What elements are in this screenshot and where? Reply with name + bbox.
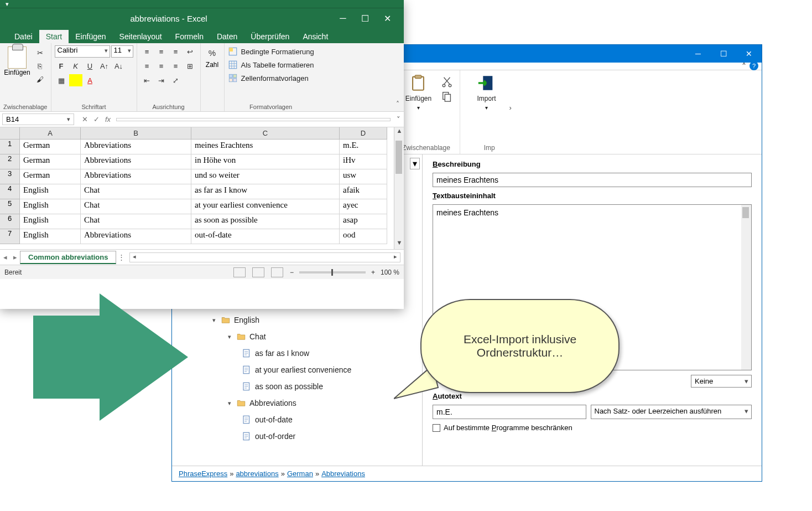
- fill-color-icon[interactable]: [69, 74, 82, 86]
- cell[interactable]: m.E.: [340, 140, 387, 154]
- tree-folder-abbr[interactable]: ▾Abbreviations: [211, 395, 422, 411]
- cell[interactable]: ood: [340, 229, 387, 244]
- cancel-icon[interactable]: ✕: [82, 115, 88, 123]
- tab-einfuegen[interactable]: Einfügen: [69, 30, 112, 43]
- breadcrumb-item[interactable]: Abbreviations: [321, 469, 365, 478]
- cut-icon[interactable]: ✂: [33, 47, 46, 59]
- content-scrollbar[interactable]: [741, 205, 751, 370]
- merge-icon[interactable]: ⊞: [184, 60, 197, 72]
- cell[interactable]: Chat: [81, 199, 191, 214]
- font-shrink-icon[interactable]: A↓: [112, 60, 126, 72]
- close-button[interactable]: ✕: [736, 45, 762, 63]
- horizontal-scrollbar[interactable]: ◂▸: [129, 252, 400, 262]
- cut-icon[interactable]: [441, 76, 453, 88]
- cell[interactable]: Abbreviations: [81, 169, 191, 184]
- align-bottom-icon[interactable]: ≡: [169, 45, 183, 58]
- breadcrumb-item[interactable]: abbreviations: [236, 469, 278, 478]
- cell[interactable]: English: [20, 214, 81, 229]
- ribbon-collapse-icon[interactable]: ˄: [396, 100, 399, 108]
- enter-icon[interactable]: ✓: [93, 115, 100, 123]
- zoom-in-icon[interactable]: +: [371, 269, 375, 276]
- row-headers[interactable]: 1234567: [0, 140, 20, 244]
- formula-expand-icon[interactable]: ˅: [393, 115, 404, 123]
- percent-icon[interactable]: %: [204, 47, 221, 59]
- cell[interactable]: at your earliest convenience: [191, 199, 340, 214]
- cell[interactable]: und so weiter: [191, 169, 340, 184]
- font-grow-icon[interactable]: A↑: [98, 60, 111, 72]
- underline-button[interactable]: U: [84, 60, 97, 72]
- cell[interactable]: afaik: [340, 184, 387, 199]
- cell[interactable]: German: [20, 169, 81, 184]
- zoom-level[interactable]: 100 %: [381, 269, 399, 276]
- align-top-icon[interactable]: ≡: [140, 45, 154, 58]
- cell[interactable]: English: [20, 199, 81, 214]
- tree-item[interactable]: as far as I know: [211, 345, 422, 362]
- cell[interactable]: Abbreviations: [81, 140, 191, 154]
- cell[interactable]: iHv: [340, 154, 387, 169]
- format-painter-icon[interactable]: 🖌: [33, 73, 46, 85]
- cell[interactable]: ayec: [340, 199, 387, 214]
- conditional-formatting-button[interactable]: Bedingte Formatierung: [228, 47, 314, 56]
- tree-item[interactable]: out-of-date: [211, 411, 422, 428]
- align-middle-icon[interactable]: ≡: [155, 45, 168, 58]
- cell[interactable]: German: [20, 140, 81, 154]
- page-layout-view-icon[interactable]: [252, 267, 264, 277]
- font-color-icon[interactable]: A: [84, 74, 97, 86]
- import-button[interactable]: Import▾: [467, 74, 506, 111]
- cell[interactable]: out-of-date: [191, 229, 340, 244]
- breadcrumb-item[interactable]: German: [287, 469, 313, 478]
- align-right-icon[interactable]: ≡: [169, 60, 183, 72]
- quick-access-toolbar[interactable]: ▾: [0, 0, 404, 8]
- tree-item[interactable]: as soon as possible: [211, 378, 422, 395]
- tree-item[interactable]: out-of-order: [211, 428, 422, 445]
- format-as-table-button[interactable]: Als Tabelle formatieren: [228, 60, 314, 70]
- tab-seitenlayout[interactable]: Seitenlayout: [113, 30, 169, 43]
- restrict-checkbox[interactable]: Auf bestimmte Programme beschränken: [433, 424, 752, 432]
- italic-button[interactable]: K: [69, 60, 82, 72]
- cell[interactable]: English: [20, 184, 81, 199]
- ribbon-collapse-icon[interactable]: ˄: [742, 61, 746, 72]
- tree-folder-chat[interactable]: ▾Chat: [211, 328, 422, 345]
- indent-dec-icon[interactable]: ⇤: [140, 74, 154, 86]
- breadcrumb-item[interactable]: PhraseExpress: [179, 469, 227, 478]
- autotext-field[interactable]: m.E.: [433, 405, 586, 419]
- beschreibung-field[interactable]: meines Erachtens: [433, 173, 752, 187]
- help-icon[interactable]: ?: [749, 61, 758, 70]
- minimize-button[interactable]: ─: [332, 13, 354, 23]
- maximize-button[interactable]: ☐: [354, 13, 376, 24]
- cell[interactable]: Abbreviations: [81, 154, 191, 169]
- cell[interactable]: asap: [340, 214, 387, 229]
- spreadsheet-grid[interactable]: ABCD 1234567 GermanAbbreviationsmeines E…: [0, 127, 404, 249]
- name-box[interactable]: B14: [2, 113, 74, 125]
- minimize-button[interactable]: ─: [685, 45, 711, 63]
- tab-ueberpruefen[interactable]: Überprüfen: [244, 30, 296, 43]
- tree-toolbar-button[interactable]: ▾: [410, 158, 420, 169]
- close-button[interactable]: ✕: [376, 13, 398, 24]
- copy-icon[interactable]: [441, 90, 453, 102]
- cell[interactable]: as soon as possible: [191, 214, 340, 229]
- cell[interactable]: usw: [340, 169, 387, 184]
- tab-datei[interactable]: Datei: [8, 30, 39, 43]
- keine-dropdown[interactable]: Keine: [691, 375, 752, 388]
- normal-view-icon[interactable]: [233, 267, 246, 277]
- align-center-icon[interactable]: ≡: [155, 60, 168, 72]
- tree-item[interactable]: at your earliest convenience: [211, 362, 422, 378]
- cell[interactable]: as far as I know: [191, 184, 340, 199]
- pe-einfuegen-button[interactable]: Einfügen▾: [399, 74, 438, 111]
- tab-start[interactable]: Start: [39, 30, 69, 43]
- align-left-icon[interactable]: ≡: [140, 60, 154, 72]
- cell[interactable]: in Höhe von: [191, 154, 340, 169]
- wrap-text-icon[interactable]: ↩: [184, 45, 197, 58]
- maximize-button[interactable]: ☐: [711, 45, 736, 63]
- font-size-select[interactable]: 11: [111, 45, 133, 58]
- cell[interactable]: Abbreviations: [81, 229, 191, 244]
- tab-ansicht[interactable]: Ansicht: [296, 30, 335, 43]
- tab-daten[interactable]: Daten: [210, 30, 244, 43]
- paste-button[interactable]: Einfügen: [3, 45, 31, 76]
- autotext-mode-dropdown[interactable]: Nach Satz- oder Leerzeichen ausführen: [591, 405, 752, 419]
- cell[interactable]: Chat: [81, 184, 191, 199]
- font-name-select[interactable]: Calibri: [55, 45, 110, 58]
- zoom-out-icon[interactable]: −: [290, 269, 294, 276]
- cell[interactable]: German: [20, 154, 81, 169]
- cell[interactable]: meines Erachtens: [191, 140, 340, 154]
